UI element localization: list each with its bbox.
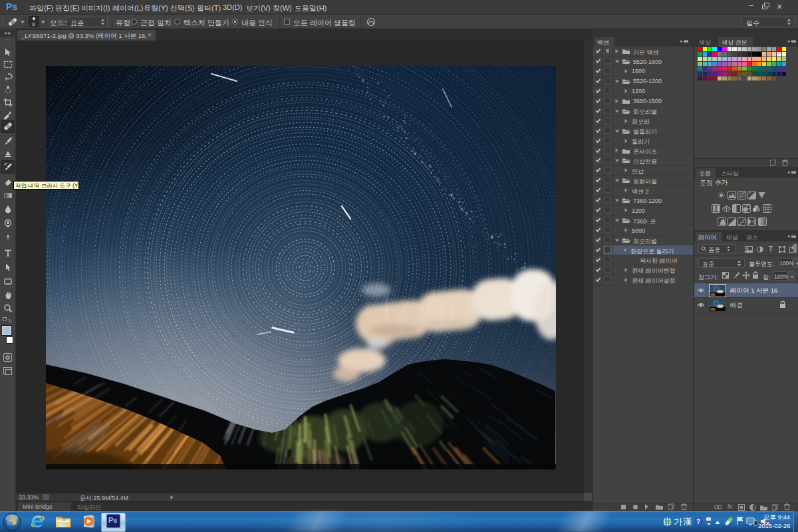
svg-text:?: ? — [696, 518, 700, 525]
